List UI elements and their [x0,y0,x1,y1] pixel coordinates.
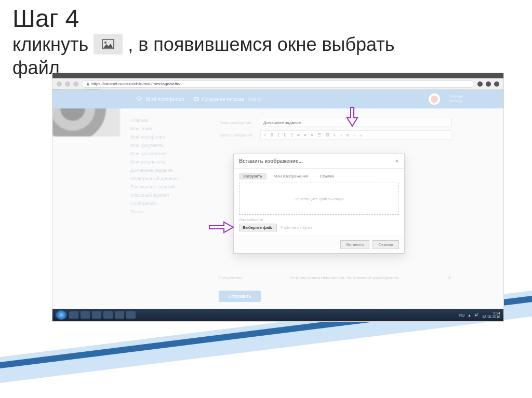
brand[interactable]: Мой портфолио [136,95,184,103]
subject-label: Тема сообщения [219,120,251,125]
avatar[interactable] [429,93,440,105]
task-icon[interactable] [69,311,78,319]
lock-icon [86,83,89,86]
sidebar: Главная Мои темы Моё портфолио Мои докум… [130,115,203,217]
modal-title: Вставить изображение... [239,158,303,164]
windows-taskbar: RU ▲ 🔊 9:24 12.10.2018 [52,309,503,321]
remove-recipient-icon[interactable]: ✕ [448,276,451,280]
file-status: Файл не выбран [280,225,312,230]
nav-reload-icon[interactable] [73,81,78,87]
insert-image-modal: Вставить изображение... ✕ Загрузить Мои … [233,154,405,254]
sidebar-item[interactable]: Домашнее задание [130,168,203,173]
recipients-value: Петрова Ирина Николаевна, 5А Классный ру… [248,276,442,280]
sidebar-item[interactable]: Мои достижения [130,151,203,156]
svg-rect-2 [87,84,89,85]
ext-icon[interactable] [486,81,491,87]
nav-back-icon[interactable] [57,81,62,87]
tb-align-icon[interactable]: ≡ [304,133,307,138]
sidebar-item[interactable]: Классный журнал [130,193,203,198]
recipients-label: Получатели [219,276,242,280]
tb-table-icon[interactable]: ⊞ [347,133,349,138]
sidebar-item[interactable]: Мои документы [130,143,203,148]
task-icon[interactable] [126,311,136,319]
embedded-screenshot: https://cabinet.ruobr.ru/child/mail/mess… [52,73,504,322]
image-icon [94,34,123,54]
url-text: https://cabinet.ruobr.ru/child/mail/mess… [91,81,180,86]
send-button[interactable]: Отправить [219,291,261,302]
profile-icon[interactable] [494,81,499,87]
system-tray[interactable]: RU ▲ 🔊 9:24 12.10.2018 [459,311,500,319]
tb-hr-icon[interactable]: — [353,133,355,138]
tray-icon[interactable]: ▲ [468,313,471,317]
close-icon[interactable]: ✕ [395,158,399,164]
sidebar-item[interactable]: Расписание занятий [130,184,203,189]
site-header: Мой портфолио Создание письма Класс Учен… [52,90,503,108]
tb-undo-icon[interactable]: ↶ [264,133,267,138]
tb-edit-icon[interactable]: ✎ [334,133,336,138]
tb-align-icon[interactable]: ≡ [311,133,313,138]
choose-file-button[interactable]: Выберите файл [239,224,277,231]
clock-time: 9:24 [482,311,500,315]
tb-more-icon[interactable]: ⎀ [360,133,362,138]
sidebar-item[interactable]: Электронный дневник [130,176,203,181]
step-title: Шаг 4 [12,5,520,33]
annotation-arrow-down-icon [346,106,358,127]
browser-addressbar: https://cabinet.ruobr.ru/child/mail/mess… [52,78,503,90]
section-label: Создание письма Класс [194,97,262,102]
tb-list-icon[interactable]: ☰ [317,133,321,138]
ext-icon[interactable] [477,81,483,87]
or-label: Или выберите [234,218,404,222]
start-button[interactable] [56,310,67,320]
tb-strike-icon[interactable]: S [290,133,293,138]
mail-icon [194,97,199,102]
task-icon[interactable] [103,311,113,319]
slide-heading: Шаг 4 кликнуть , в появившемся окне выбр… [0,0,532,79]
form-footer: Получатели Петрова Ирина Николаевна, 5А … [219,276,451,302]
body-label: Текст сообщения [219,133,252,138]
sidebar-item[interactable]: Главная [130,118,203,123]
sidebar-item[interactable]: Мои результаты [130,159,203,164]
tb-image-icon[interactable]: 🖼 [325,133,329,138]
tab-link[interactable]: Ссылка [315,173,338,180]
annotation-arrow-right-icon [208,221,234,234]
insert-button[interactable]: Вставить [340,240,369,249]
browser-titlebar [52,73,503,78]
tab-upload[interactable]: Загрузить [239,173,267,180]
sidebar-item[interactable]: Почта [130,209,203,214]
drop-zone[interactable]: Перетащите файлы сюда [239,183,399,215]
sidebar-item[interactable]: Моё портфолио [130,134,203,140]
nav-fwd-icon[interactable] [65,81,70,87]
modal-tabs: Загрузить Мои изображения Ссылка [234,169,404,182]
tb-bold-icon[interactable]: B [271,133,273,138]
tab-my-images[interactable]: Мои изображения [270,173,313,180]
url-field[interactable]: https://cabinet.ruobr.ru/child/mail/mess… [82,80,474,88]
user-menu[interactable]: Ученик Выход [449,94,463,104]
clock-date: 12.10.2018 [482,315,500,319]
tb-sub-icon[interactable]: 𝑥 [340,132,342,138]
tb-underline-icon[interactable]: U [284,133,287,138]
sidebar-item[interactable]: Сообщения [130,201,203,206]
cap-icon [136,95,143,103]
tb-italic-icon[interactable]: I [277,133,280,138]
editor-toolbar: ↶ B I U S ≡ ≡ ≡ ☰ 🖼 ✎ 𝑥 ⊞ — ⎀ [260,130,451,140]
lang-indicator[interactable]: RU [459,313,464,317]
task-icon[interactable] [115,311,124,319]
cancel-button[interactable]: Отмена [373,240,399,249]
tb-align-icon[interactable]: ≡ [297,133,300,138]
svg-point-1 [104,42,107,44]
task-icon[interactable] [81,311,90,319]
sidebar-item[interactable]: Мои темы [130,126,203,131]
subtitle-b: , в появившемся окне выбрать [128,33,394,56]
task-icon[interactable] [92,311,101,319]
tray-icon[interactable]: 🔊 [474,313,479,317]
subtitle-a: кликнуть [12,33,88,56]
compose-form: Тема сообщения Текст сообщения ↶ B I U S… [219,118,451,143]
